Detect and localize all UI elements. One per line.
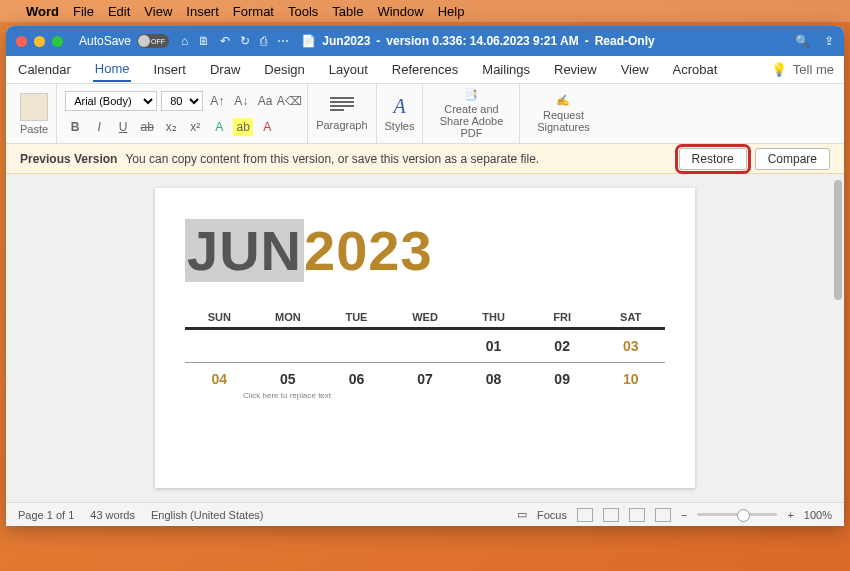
paragraph-label: Paragraph bbox=[316, 119, 367, 131]
print-icon[interactable]: ⎙ bbox=[260, 34, 267, 48]
search-icon[interactable]: 🔍 bbox=[795, 34, 810, 48]
font-size-select[interactable]: 80 bbox=[161, 91, 203, 111]
calendar-row-1: 01 02 03 bbox=[185, 330, 665, 363]
macos-menubar: Word File Edit View Insert Format Tools … bbox=[0, 0, 850, 22]
focus-label[interactable]: Focus bbox=[537, 509, 567, 521]
adobe-sign-group[interactable]: ✍ Request Signatures bbox=[520, 84, 606, 143]
pdf-icon: 📑 bbox=[464, 88, 478, 101]
day-thu: THU bbox=[459, 311, 528, 323]
menu-tools[interactable]: Tools bbox=[288, 4, 318, 19]
paste-label: Paste bbox=[20, 123, 48, 135]
menu-window[interactable]: Window bbox=[377, 4, 423, 19]
subscript-button[interactable]: x₂ bbox=[161, 118, 181, 136]
version-info: version 0.336: 14.06.2023 9:21 AM bbox=[386, 34, 578, 48]
menu-help[interactable]: Help bbox=[438, 4, 465, 19]
document-title: 📄 Jun2023 - version 0.336: 14.06.2023 9:… bbox=[301, 34, 654, 48]
calendar-title: JUN2023 bbox=[185, 218, 665, 283]
decrease-font-icon[interactable]: A↓ bbox=[231, 92, 251, 110]
zoom-slider[interactable] bbox=[697, 513, 777, 516]
restore-button[interactable]: Restore bbox=[679, 148, 747, 170]
close-icon[interactable] bbox=[16, 36, 27, 47]
clear-format-icon[interactable]: A⌫ bbox=[279, 92, 299, 110]
day-tue: TUE bbox=[322, 311, 391, 323]
zoom-in-button[interactable]: + bbox=[787, 509, 793, 521]
maximize-icon[interactable] bbox=[52, 36, 63, 47]
month-text[interactable]: JUN bbox=[185, 219, 304, 282]
menu-table[interactable]: Table bbox=[332, 4, 363, 19]
focus-icon[interactable]: ▭ bbox=[517, 508, 527, 521]
compare-button[interactable]: Compare bbox=[755, 148, 830, 170]
change-case-icon[interactable]: Aa bbox=[255, 92, 275, 110]
tab-draw[interactable]: Draw bbox=[208, 58, 242, 81]
font-group: Arial (Body) 80 A↑ A↓ Aa A⌫ B I U ab x₂ … bbox=[57, 84, 308, 143]
web-layout-icon[interactable] bbox=[603, 508, 619, 522]
font-name-select[interactable]: Arial (Body) bbox=[65, 91, 157, 111]
document-page: JUN2023 SUN MON TUE WED THU FRI SAT 01 0… bbox=[155, 188, 695, 488]
tab-calendar[interactable]: Calendar bbox=[16, 58, 73, 81]
language-indicator[interactable]: English (United States) bbox=[151, 509, 264, 521]
year-text[interactable]: 2023 bbox=[304, 219, 433, 282]
styles-group: A Styles bbox=[377, 84, 424, 143]
save-icon[interactable]: 🗎 bbox=[198, 34, 210, 48]
adobe-share-group[interactable]: 📑 Create and Share Adobe PDF bbox=[423, 84, 520, 143]
more-icon[interactable]: ⋯ bbox=[277, 34, 289, 48]
scrollbar[interactable] bbox=[834, 180, 842, 300]
app-name[interactable]: Word bbox=[26, 4, 59, 19]
autosave-toggle[interactable]: AutoSave OFF bbox=[79, 34, 169, 48]
home-icon[interactable]: ⌂ bbox=[181, 34, 188, 48]
word-count[interactable]: 43 words bbox=[90, 509, 135, 521]
tab-review[interactable]: Review bbox=[552, 58, 599, 81]
paragraph-icon[interactable] bbox=[330, 97, 354, 117]
tab-design[interactable]: Design bbox=[262, 58, 306, 81]
ribbon-tabs: Calendar Home Insert Draw Design Layout … bbox=[6, 56, 844, 84]
share-icon[interactable]: ⇪ bbox=[824, 34, 834, 48]
tab-layout[interactable]: Layout bbox=[327, 58, 370, 81]
zoom-level[interactable]: 100% bbox=[804, 509, 832, 521]
calendar-header: SUN MON TUE WED THU FRI SAT bbox=[185, 311, 665, 330]
lightbulb-icon: 💡 bbox=[771, 62, 787, 77]
tell-me[interactable]: 💡 Tell me bbox=[771, 62, 834, 77]
doc-icon: 📄 bbox=[301, 34, 316, 48]
tab-home[interactable]: Home bbox=[93, 57, 132, 82]
tab-acrobat[interactable]: Acrobat bbox=[671, 58, 720, 81]
menu-view[interactable]: View bbox=[144, 4, 172, 19]
superscript-button[interactable]: x² bbox=[185, 118, 205, 136]
tab-insert[interactable]: Insert bbox=[151, 58, 188, 81]
font-color-icon[interactable]: A bbox=[257, 118, 277, 136]
redo-icon[interactable]: ↻ bbox=[240, 34, 250, 48]
tab-mailings[interactable]: Mailings bbox=[480, 58, 532, 81]
placeholder-note[interactable]: Click here to replace text bbox=[185, 391, 665, 400]
draft-icon[interactable] bbox=[655, 508, 671, 522]
styles-label: Styles bbox=[385, 120, 415, 132]
previous-version-bar: Previous Version You can copy content fr… bbox=[6, 144, 844, 174]
document-area: JUN2023 SUN MON TUE WED THU FRI SAT 01 0… bbox=[6, 174, 844, 502]
print-layout-icon[interactable] bbox=[577, 508, 593, 522]
underline-button[interactable]: U bbox=[113, 118, 133, 136]
undo-icon[interactable]: ↶ bbox=[220, 34, 230, 48]
menu-edit[interactable]: Edit bbox=[108, 4, 130, 19]
request-sig-label: Request Signatures bbox=[528, 109, 598, 133]
bold-button[interactable]: B bbox=[65, 118, 85, 136]
page-indicator[interactable]: Page 1 of 1 bbox=[18, 509, 74, 521]
tab-view[interactable]: View bbox=[619, 58, 651, 81]
increase-font-icon[interactable]: A↑ bbox=[207, 92, 227, 110]
day-sun: SUN bbox=[185, 311, 254, 323]
strike-button[interactable]: ab bbox=[137, 118, 157, 136]
italic-button[interactable]: I bbox=[89, 118, 109, 136]
styles-icon[interactable]: A bbox=[393, 95, 405, 118]
paste-icon[interactable] bbox=[20, 93, 48, 121]
traffic-lights bbox=[16, 36, 63, 47]
menu-file[interactable]: File bbox=[73, 4, 94, 19]
highlight-icon[interactable]: ab bbox=[233, 118, 253, 136]
signature-icon: ✍ bbox=[556, 94, 570, 107]
doc-name: Jun2023 bbox=[322, 34, 370, 48]
tab-references[interactable]: References bbox=[390, 58, 460, 81]
mode-label: Read-Only bbox=[595, 34, 655, 48]
minimize-icon[interactable] bbox=[34, 36, 45, 47]
outline-icon[interactable] bbox=[629, 508, 645, 522]
menu-format[interactable]: Format bbox=[233, 4, 274, 19]
toggle-switch[interactable]: OFF bbox=[137, 34, 169, 48]
menu-insert[interactable]: Insert bbox=[186, 4, 219, 19]
zoom-out-button[interactable]: − bbox=[681, 509, 687, 521]
text-effects-icon[interactable]: A bbox=[209, 118, 229, 136]
